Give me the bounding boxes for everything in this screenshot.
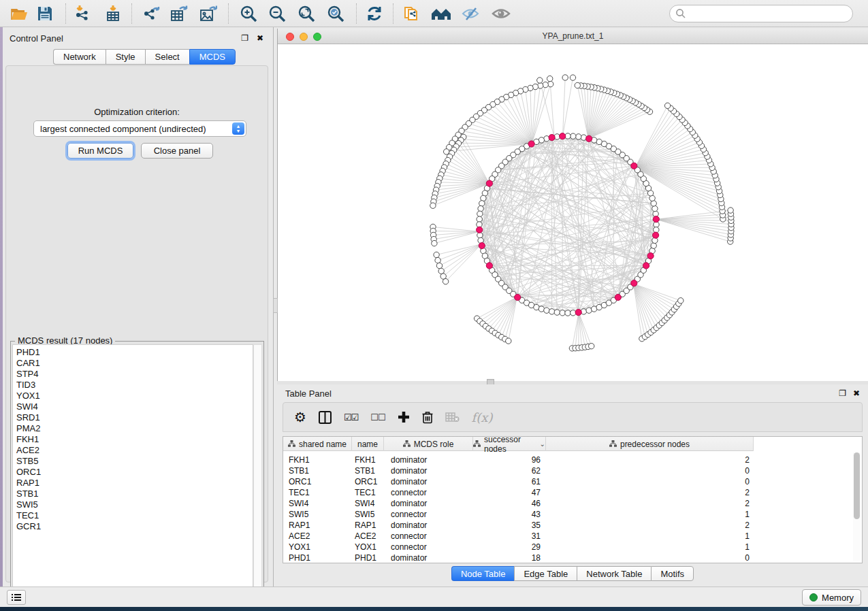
mcds-result-node[interactable]: ACE2	[16, 445, 253, 456]
mcds-result-node[interactable]: YOX1	[16, 391, 253, 401]
mcds-result-node[interactable]: FKH1	[16, 434, 253, 445]
table-cell[interactable]: 96	[473, 455, 546, 465]
table-cell[interactable]: FKH1	[352, 455, 384, 465]
mcds-result-node[interactable]: STB5	[16, 456, 253, 467]
table-cell[interactable]: 47	[473, 487, 546, 498]
mcds-result-node[interactable]: STB1	[16, 489, 253, 499]
add-column-icon[interactable]	[398, 411, 410, 423]
table-cell[interactable]: 2	[546, 487, 754, 498]
search-input[interactable]	[669, 5, 853, 22]
export-table-icon[interactable]	[167, 3, 191, 24]
import-table-icon[interactable]	[101, 3, 125, 24]
close-panel-icon[interactable]: ✖	[257, 33, 263, 43]
table-cell[interactable]: 43	[473, 509, 546, 520]
column-header-MCDS-role[interactable]: MCDS role	[384, 437, 473, 451]
column-layout-icon[interactable]	[319, 411, 332, 424]
table-cell[interactable]: FKH1	[283, 455, 352, 465]
table-row[interactable]: YOX1YOX1connector291	[283, 542, 754, 552]
zoom-fit-icon[interactable]	[294, 3, 319, 24]
show-all-icon[interactable]	[489, 3, 513, 24]
table-cell[interactable]: dominator	[384, 552, 473, 563]
table-cell[interactable]: PHD1	[283, 552, 352, 563]
mcds-result-node[interactable]: TEC1	[16, 510, 253, 521]
table-cell[interactable]: YOX1	[352, 542, 384, 552]
table-cell[interactable]: RAP1	[283, 520, 352, 531]
mcds-result-node[interactable]: SRD1	[16, 412, 253, 423]
mcds-result-node[interactable]: SWI5	[16, 499, 253, 510]
table-cell[interactable]: STB1	[283, 465, 352, 476]
table-cell[interactable]: 62	[473, 465, 546, 476]
table-row[interactable]: FKH1FKH1dominator962	[283, 455, 754, 465]
table-cell[interactable]: SWI5	[283, 509, 352, 520]
mcds-result-node[interactable]: PHD1	[16, 347, 253, 358]
mcds-result-node[interactable]: GCR1	[16, 521, 253, 532]
column-header-name[interactable]: name	[352, 437, 384, 451]
table-cell[interactable]: 46	[473, 498, 546, 509]
run-mcds-button[interactable]: Run MCDS	[67, 143, 133, 159]
table-cell[interactable]: 18	[473, 552, 546, 563]
table-cell[interactable]: connector	[384, 487, 473, 498]
tab-edge-table[interactable]: Edge Table	[514, 566, 577, 581]
table-cell[interactable]: SWI4	[352, 498, 384, 509]
table-cell[interactable]: YOX1	[283, 542, 352, 552]
float-panel-icon[interactable]: ❐	[241, 33, 248, 43]
column-header-predecessor-nodes[interactable]: predecessor nodes	[546, 437, 754, 451]
column-header-shared-name[interactable]: shared name	[283, 437, 352, 451]
table-cell[interactable]: PHD1	[352, 552, 384, 563]
table-cell[interactable]: dominator	[384, 498, 473, 509]
table-cell[interactable]: connector	[384, 531, 473, 542]
tab-mcds[interactable]: MCDS	[189, 49, 236, 65]
table-cell[interactable]: ACE2	[352, 531, 384, 542]
table-cell[interactable]: 0	[546, 465, 754, 476]
delete-table-icon[interactable]	[445, 412, 460, 423]
table-row[interactable]: SWI5SWI5connector431	[283, 509, 754, 520]
table-cell[interactable]: TEC1	[283, 487, 352, 498]
mcds-result-node[interactable]: CAR1	[16, 358, 253, 369]
network-canvas[interactable]	[278, 44, 868, 381]
table-cell[interactable]: SWI4	[283, 498, 352, 509]
table-cell[interactable]: connector	[384, 509, 473, 520]
export-image-icon[interactable]	[196, 3, 221, 24]
vertical-splitter-grip[interactable]	[273, 298, 278, 313]
clone-network-icon[interactable]	[400, 3, 424, 24]
settings-gear-icon[interactable]: ⚙	[294, 409, 306, 425]
close-table-panel-icon[interactable]: ✖	[853, 389, 860, 398]
table-cell[interactable]: ACE2	[283, 531, 352, 542]
tab-select[interactable]: Select	[145, 49, 189, 65]
table-cell[interactable]: ORC1	[283, 476, 352, 487]
refresh-icon[interactable]	[362, 3, 387, 24]
zoom-in-icon[interactable]	[236, 3, 261, 24]
mcds-result-node[interactable]: SWI4	[16, 401, 253, 412]
optimization-criterion-select[interactable]: largest connected component (undirected)…	[33, 120, 246, 137]
table-cell[interactable]: 29	[473, 542, 546, 552]
table-cell[interactable]: connector	[384, 542, 473, 552]
open-file-icon[interactable]	[7, 3, 31, 24]
first-neighbors-icon[interactable]	[429, 3, 453, 24]
table-cell[interactable]: dominator	[384, 455, 473, 465]
table-cell[interactable]: 1	[546, 531, 754, 542]
zoom-out-icon[interactable]	[265, 3, 289, 24]
mcds-result-node[interactable]: ORC1	[16, 467, 253, 478]
table-cell[interactable]: 31	[473, 531, 546, 542]
float-table-panel-icon[interactable]: ❐	[839, 389, 846, 398]
mcds-result-node[interactable]: RAP1	[16, 478, 253, 489]
table-cell[interactable]: STB1	[352, 465, 384, 476]
table-row[interactable]: PHD1PHD1dominator180	[283, 552, 754, 563]
table-scrollbar-thumb[interactable]	[854, 452, 860, 519]
column-header-successor-nodes[interactable]: successor nodes⌄	[473, 437, 546, 451]
tab-node-table[interactable]: Node Table	[451, 566, 515, 581]
table-cell[interactable]: dominator	[384, 476, 473, 487]
task-history-button[interactable]	[7, 590, 26, 605]
table-row[interactable]: ACE2ACE2connector311	[283, 531, 754, 542]
table-cell[interactable]: 2	[546, 498, 754, 509]
save-session-icon[interactable]	[33, 3, 57, 24]
table-cell[interactable]: 61	[473, 476, 546, 487]
table-cell[interactable]: 35	[473, 520, 546, 531]
tab-network-table[interactable]: Network Table	[577, 566, 651, 581]
table-cell[interactable]: RAP1	[352, 520, 384, 531]
table-cell[interactable]: 0	[546, 476, 754, 487]
import-network-icon[interactable]	[71, 3, 95, 24]
mcds-result-scrollbar[interactable]	[253, 344, 262, 592]
table-cell[interactable]: dominator	[384, 520, 473, 531]
select-all-icon[interactable]: ☑☑	[344, 412, 358, 423]
